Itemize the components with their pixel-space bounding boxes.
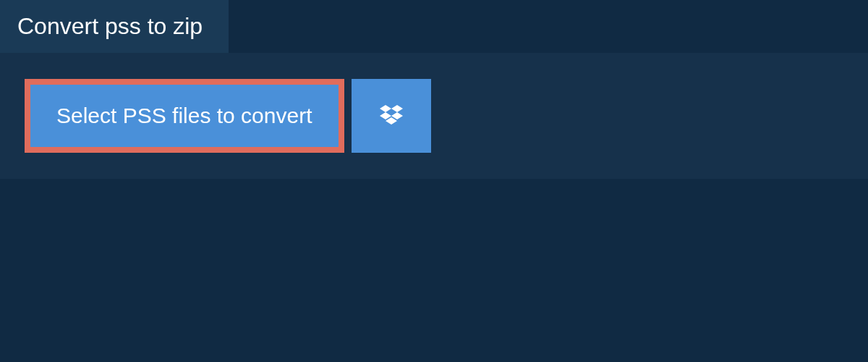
select-files-label: Select PSS files to convert [56,104,312,128]
tab-title: Convert pss to zip [17,13,203,39]
tab-header: Convert pss to zip [0,0,229,53]
button-row: Select PSS files to convert [25,79,843,153]
dropbox-button[interactable] [352,79,431,153]
content-panel: Select PSS files to convert [0,53,868,179]
dropbox-icon [380,105,403,127]
select-files-button[interactable]: Select PSS files to convert [25,79,344,153]
